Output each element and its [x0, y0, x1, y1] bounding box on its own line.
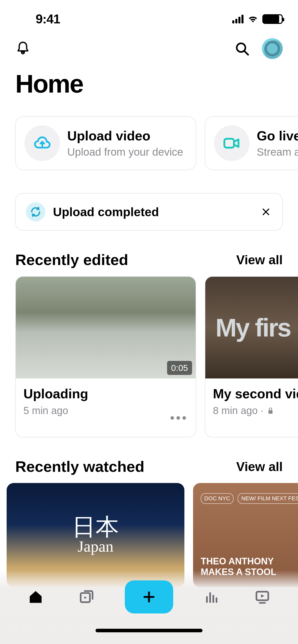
video-card[interactable]: 0:05 Uploading 5 min ago ••• — [15, 276, 196, 437]
duration-badge: 0:05 — [167, 361, 192, 375]
upload-status-banner[interactable]: Upload completed — [15, 193, 283, 231]
video-thumbnail: My firs — [205, 277, 298, 378]
tab-create[interactable] — [125, 580, 173, 613]
tab-home[interactable] — [23, 584, 48, 610]
cellular-signal-icon — [232, 15, 243, 23]
upload-video-title: Upload video — [67, 128, 183, 143]
tab-analytics[interactable] — [199, 584, 224, 610]
festival-badges: DOC NYC NEW/ FILM NEXT FEST IFFBOSTON — [201, 493, 298, 504]
recently-edited-view-all[interactable]: View all — [236, 253, 283, 267]
top-nav — [0, 33, 298, 64]
video-meta: 8 min ago · — [213, 405, 298, 416]
analytics-icon — [204, 589, 219, 605]
banner-text: Upload completed — [53, 205, 252, 219]
quick-actions-row: Upload video Upload from your device Go … — [0, 109, 298, 178]
video-title: Uploading — [23, 386, 188, 401]
recently-edited-title: Recently edited — [15, 251, 128, 269]
thumbnail-overlay-text: My firs — [215, 313, 290, 342]
recently-edited-row: 0:05 Uploading 5 min ago ••• My firs My … — [0, 276, 298, 437]
thumbnail-title-glyph: 日本 — [72, 515, 119, 538]
go-live-card[interactable]: Go live Stream a — [205, 116, 298, 170]
svg-rect-3 — [268, 410, 273, 414]
sync-icon — [26, 202, 45, 222]
recently-watched-header: Recently watched View all — [0, 437, 298, 483]
tab-library[interactable] — [74, 584, 99, 610]
cloud-upload-icon — [24, 125, 60, 161]
recently-edited-header: Recently edited View all — [0, 231, 298, 276]
wifi-icon — [248, 15, 258, 23]
video-card[interactable]: My firs My second vide 8 min ago · — [205, 276, 298, 437]
go-live-title: Go live — [257, 128, 298, 143]
page-title: Home — [0, 64, 298, 109]
recently-watched-title: Recently watched — [15, 458, 144, 475]
library-icon — [79, 589, 94, 605]
profile-avatar[interactable] — [262, 38, 283, 59]
close-icon — [261, 207, 271, 217]
video-meta: 5 min ago — [23, 405, 188, 416]
svg-line-1 — [245, 51, 248, 55]
tab-watch[interactable] — [250, 584, 275, 610]
search-button[interactable] — [234, 41, 250, 56]
video-thumbnail: 0:05 — [16, 277, 196, 378]
thumbnail-title-caption: Japan — [77, 537, 113, 555]
battery-icon — [262, 14, 283, 24]
status-indicators — [232, 14, 283, 24]
upload-video-card[interactable]: Upload video Upload from your device — [15, 116, 196, 170]
bell-icon — [16, 41, 30, 56]
tab-bar — [0, 570, 298, 644]
video-camera-icon — [214, 125, 250, 161]
svg-rect-2 — [224, 139, 234, 148]
status-bar: 9:41 — [0, 0, 298, 33]
recently-watched-view-all[interactable]: View all — [236, 459, 283, 474]
upload-video-subtitle: Upload from your device — [67, 146, 183, 158]
monitor-play-icon — [254, 589, 270, 605]
video-more-button[interactable]: ••• — [170, 411, 188, 425]
banner-close-button[interactable] — [260, 206, 272, 218]
status-time: 9:41 — [36, 12, 60, 26]
video-title: My second vide — [213, 386, 298, 401]
search-icon — [235, 41, 249, 56]
home-icon — [28, 589, 44, 605]
go-live-subtitle: Stream a — [257, 146, 298, 158]
home-indicator[interactable] — [96, 629, 202, 632]
notifications-button[interactable] — [15, 41, 31, 56]
lock-icon — [267, 407, 274, 415]
plus-icon — [142, 590, 156, 604]
